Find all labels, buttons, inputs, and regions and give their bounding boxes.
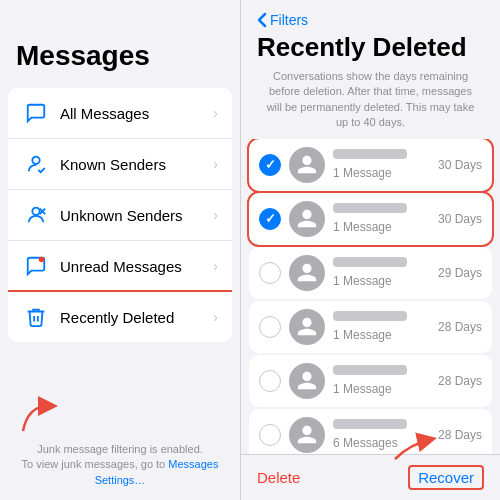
back-button[interactable]: Filters xyxy=(257,12,484,28)
chevron-icon: › xyxy=(213,309,218,325)
chevron-icon: › xyxy=(213,258,218,274)
days-label: 30 Days xyxy=(438,158,482,172)
message-content: 1 Message xyxy=(333,311,432,343)
back-label: Filters xyxy=(270,12,308,28)
days-label: 30 Days xyxy=(438,212,482,226)
name-bar xyxy=(333,203,407,213)
message-content: 1 Message xyxy=(333,203,432,235)
sidebar-item-unread-messages[interactable]: Unread Messages › xyxy=(8,241,232,292)
menu-list: All Messages › Known Senders › xyxy=(8,88,232,342)
unknown-senders-label: Unknown Senders xyxy=(60,207,213,224)
avatar xyxy=(289,255,325,291)
annotation-arrow xyxy=(18,396,58,440)
left-title: Messages xyxy=(0,0,240,82)
avatar xyxy=(289,417,325,453)
name-bar xyxy=(333,149,407,159)
days-label: 28 Days xyxy=(438,374,482,388)
avatar xyxy=(289,147,325,183)
message-content: 1 Message xyxy=(333,365,432,397)
msg-count: 1 Message xyxy=(333,328,392,342)
left-footer: Junk message filtering is enabled. To vi… xyxy=(0,442,240,488)
name-bar xyxy=(333,419,407,429)
sidebar-item-known-senders[interactable]: Known Senders › xyxy=(8,139,232,190)
message-unread-icon xyxy=(22,252,50,280)
name-bar xyxy=(333,311,407,321)
svg-point-4 xyxy=(39,257,45,263)
sidebar-item-recently-deleted[interactable]: Recently Deleted › xyxy=(8,292,232,342)
message-content: 1 Message xyxy=(333,149,432,181)
message-item[interactable]: 1 Message 28 Days xyxy=(249,355,492,407)
msg-count: 1 Message xyxy=(333,274,392,288)
days-label: 28 Days xyxy=(438,320,482,334)
message-item[interactable]: 6 Messages 28 Days xyxy=(249,409,492,454)
known-senders-label: Known Senders xyxy=(60,156,213,173)
right-footer: Delete Recover xyxy=(241,454,500,500)
days-label: 28 Days xyxy=(438,428,482,442)
message-content: 6 Messages xyxy=(333,419,432,451)
message-item[interactable]: 1 Message 28 Days xyxy=(249,301,492,353)
sidebar-item-unknown-senders[interactable]: Unknown Senders › xyxy=(8,190,232,241)
sidebar-item-all-messages[interactable]: All Messages › xyxy=(8,88,232,139)
right-panel: Filters Recently Deleted Conversations s… xyxy=(240,0,500,500)
check-circle[interactable] xyxy=(259,316,281,338)
right-subtitle: Conversations show the days remaining be… xyxy=(257,69,484,131)
message-icon xyxy=(22,99,50,127)
avatar xyxy=(289,201,325,237)
all-messages-label: All Messages xyxy=(60,105,213,122)
recently-deleted-label: Recently Deleted xyxy=(60,309,213,326)
check-circle[interactable] xyxy=(259,262,281,284)
person-check-icon xyxy=(22,150,50,178)
check-circle[interactable] xyxy=(259,424,281,446)
message-item[interactable]: 1 Message 30 Days xyxy=(249,139,492,191)
svg-point-0 xyxy=(32,157,39,164)
msg-count: 6 Messages xyxy=(333,436,398,450)
svg-point-1 xyxy=(32,208,39,215)
msg-count: 1 Message xyxy=(333,166,392,180)
check-circle[interactable] xyxy=(259,208,281,230)
chevron-icon: › xyxy=(213,207,218,223)
avatar xyxy=(289,309,325,345)
avatar xyxy=(289,363,325,399)
right-header: Filters Recently Deleted Conversations s… xyxy=(241,0,500,139)
unread-messages-label: Unread Messages xyxy=(60,258,213,275)
chevron-icon: › xyxy=(213,105,218,121)
name-bar xyxy=(333,365,407,375)
msg-count: 1 Message xyxy=(333,220,392,234)
recover-button[interactable]: Recover xyxy=(408,465,484,490)
message-item[interactable]: 1 Message 29 Days xyxy=(249,247,492,299)
msg-count: 1 Message xyxy=(333,382,392,396)
check-circle[interactable] xyxy=(259,154,281,176)
right-title: Recently Deleted xyxy=(257,32,484,63)
trash-icon xyxy=(22,303,50,331)
message-content: 1 Message xyxy=(333,257,432,289)
person-unknown-icon xyxy=(22,201,50,229)
delete-button[interactable]: Delete xyxy=(257,469,300,486)
chevron-icon: › xyxy=(213,156,218,172)
left-panel: Messages All Messages › Known Senders › xyxy=(0,0,240,500)
name-bar xyxy=(333,257,407,267)
message-item[interactable]: 1 Message 30 Days xyxy=(249,193,492,245)
messages-list: 1 Message 30 Days 1 Message 30 Days xyxy=(241,139,500,454)
check-circle[interactable] xyxy=(259,370,281,392)
days-label: 29 Days xyxy=(438,266,482,280)
